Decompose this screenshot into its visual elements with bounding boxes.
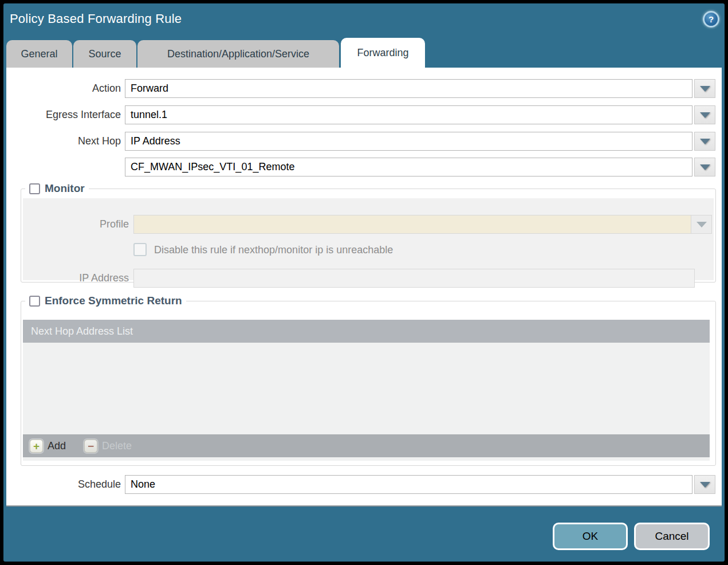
tab-source-label: Source bbox=[88, 48, 121, 60]
enforce-symmetric-return-legend: Enforce Symmetric Return bbox=[25, 293, 186, 308]
cancel-button[interactable]: Cancel bbox=[634, 523, 710, 550]
tab-destination-label: Destination/Application/Service bbox=[167, 48, 309, 60]
egress-interface-label: Egress Interface bbox=[6, 105, 121, 124]
monitor-fieldset: Monitor Profile Disable this rule if nex… bbox=[21, 189, 716, 282]
disable-rule-checkbox-label: Disable this rule if nexthop/monitor ip … bbox=[154, 243, 393, 257]
next-hop-address-list-toolbar: + Add − Delete bbox=[23, 434, 710, 457]
delete-button-label: Delete bbox=[102, 440, 132, 452]
next-hop-address-row: CF_MWAN_IPsec_VTI_01_Remote bbox=[6, 158, 722, 176]
plus-icon: + bbox=[30, 440, 43, 453]
tab-general[interactable]: General bbox=[6, 40, 72, 68]
schedule-dropdown-button[interactable] bbox=[694, 475, 715, 494]
pbf-rule-dialog: Policy Based Forwarding Rule ? General S… bbox=[3, 3, 725, 562]
next-hop-type-dropdown-button[interactable] bbox=[694, 132, 715, 151]
add-button[interactable]: + Add bbox=[30, 440, 66, 453]
forwarding-tab-panel: Action Forward Egress Interface tunnel.1… bbox=[6, 68, 722, 507]
delete-button: − Delete bbox=[84, 440, 132, 453]
action-row: Action Forward bbox=[6, 79, 722, 98]
schedule-label: Schedule bbox=[6, 475, 121, 494]
tab-forwarding-label: Forwarding bbox=[357, 47, 408, 59]
tab-forwarding[interactable]: Forwarding bbox=[341, 38, 425, 68]
schedule-select[interactable]: None bbox=[125, 475, 692, 494]
chevron-down-icon bbox=[700, 112, 710, 118]
help-icon[interactable]: ? bbox=[703, 11, 719, 28]
ok-button-label: OK bbox=[583, 530, 598, 543]
chevron-down-icon bbox=[700, 164, 710, 170]
next-hop-row: Next Hop IP Address bbox=[6, 132, 722, 151]
chevron-down-icon bbox=[700, 139, 710, 144]
monitor-ip-address-input bbox=[133, 269, 695, 288]
egress-interface-row: Egress Interface tunnel.1 bbox=[6, 105, 722, 124]
help-icon-glyph: ? bbox=[709, 14, 714, 24]
next-hop-address-list-body[interactable] bbox=[23, 343, 710, 434]
next-hop-address-list-table: Next Hop Address List + Add − Delete bbox=[23, 320, 710, 461]
next-hop-address-dropdown-button[interactable] bbox=[694, 158, 715, 176]
monitor-legend: Monitor bbox=[25, 181, 89, 196]
table-bottom-strip bbox=[23, 457, 710, 461]
enforce-symmetric-return-checkbox[interactable] bbox=[29, 296, 40, 307]
next-hop-label: Next Hop bbox=[6, 132, 121, 151]
profile-select bbox=[133, 215, 695, 234]
monitor-legend-label: Monitor bbox=[45, 181, 85, 196]
chevron-down-icon bbox=[700, 482, 710, 488]
monitor-checkbox[interactable] bbox=[29, 183, 40, 194]
tab-source[interactable]: Source bbox=[73, 40, 136, 68]
minus-icon: − bbox=[84, 440, 97, 453]
egress-interface-select[interactable]: tunnel.1 bbox=[125, 105, 692, 124]
tab-general-label: General bbox=[21, 48, 57, 60]
enforce-symmetric-return-fieldset: Enforce Symmetric Return Next Hop Addres… bbox=[21, 301, 716, 466]
add-button-label: Add bbox=[48, 440, 66, 452]
dialog-title: Policy Based Forwarding Rule bbox=[10, 11, 182, 26]
action-select[interactable]: Forward bbox=[125, 79, 692, 98]
next-hop-address-list-header: Next Hop Address List bbox=[23, 320, 710, 343]
monitor-ip-address-label: IP Address bbox=[26, 269, 129, 288]
action-dropdown-button[interactable] bbox=[694, 79, 715, 98]
cancel-button-label: Cancel bbox=[655, 530, 688, 543]
next-hop-type-select[interactable]: IP Address bbox=[125, 132, 692, 151]
enforce-symmetric-return-legend-label: Enforce Symmetric Return bbox=[45, 293, 182, 308]
profile-label: Profile bbox=[26, 215, 129, 234]
tab-destination-application-service[interactable]: Destination/Application/Service bbox=[137, 40, 339, 68]
next-hop-address-select[interactable]: CF_MWAN_IPsec_VTI_01_Remote bbox=[125, 158, 692, 176]
monitor-disabled-area: Profile Disable this rule if nexthop/mon… bbox=[23, 198, 714, 280]
schedule-row: Schedule None bbox=[6, 475, 722, 494]
disable-rule-checkbox bbox=[133, 243, 147, 256]
egress-interface-dropdown-button[interactable] bbox=[694, 105, 715, 124]
ok-button[interactable]: OK bbox=[553, 523, 628, 550]
chevron-down-icon bbox=[696, 222, 707, 227]
action-label: Action bbox=[6, 79, 121, 98]
chevron-down-icon bbox=[700, 86, 710, 92]
profile-dropdown-button bbox=[691, 215, 712, 234]
